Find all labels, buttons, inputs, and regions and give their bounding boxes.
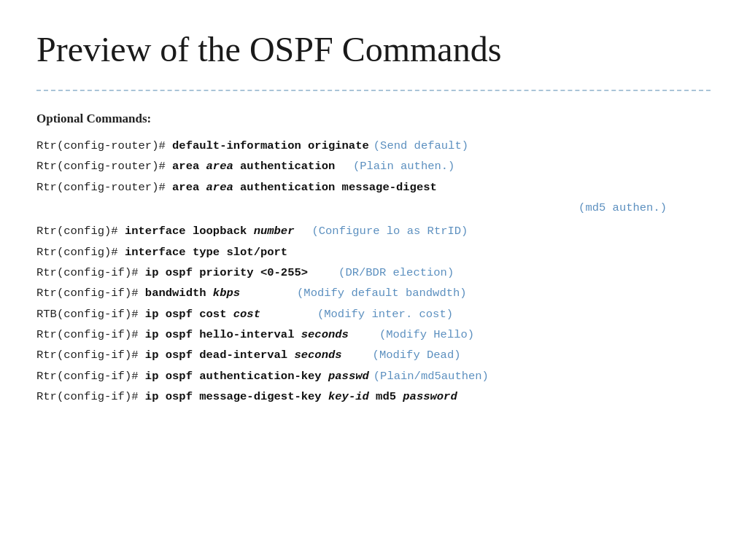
command-line-9: Rtr(config-if)# ip ospf hello-interval s… [36, 325, 711, 344]
prompt-6: Rtr(config-if)# [36, 263, 145, 282]
prompt-9: Rtr(config-if)# [36, 325, 145, 344]
prompt-11: Rtr(config-if)# [36, 367, 145, 386]
cmd-12: ip ospf message-digest-key key-id md5 pa… [145, 387, 457, 406]
command-line-3-comment: (md5 authen.) [36, 198, 711, 217]
cmd-10: ip ospf dead-interval seconds [145, 346, 342, 365]
cmd-7: bandwidth kbps [145, 284, 240, 303]
command-line-2: Rtr(config-router)# area area authentica… [36, 157, 711, 176]
command-line-8: RTB(config-if)# ip ospf cost cost (Modif… [36, 305, 711, 324]
cmd-1: default-information originate [172, 136, 369, 155]
comment-11: (Plain/md5authen) [374, 367, 489, 386]
optional-commands-label: Optional Commands: [36, 112, 711, 126]
comment-4: (Configure lo as RtrID) [311, 222, 468, 241]
cmd-6: ip ospf priority <0-255> [145, 263, 308, 282]
prompt-12: Rtr(config-if)# [36, 387, 145, 406]
prompt-8: RTB(config-if)# [36, 305, 145, 324]
prompt-3: Rtr(config-router)# [36, 178, 172, 197]
comment-3: (md5 authen.) [578, 198, 667, 217]
prompt-2: Rtr(config-router)# [36, 157, 172, 176]
cmd-8: ip ospf cost cost [145, 305, 260, 324]
cmd-4: interface loopback number [125, 222, 295, 241]
cmd-11: ip ospf authentication-key passwd [145, 367, 369, 386]
prompt-10: Rtr(config-if)# [36, 346, 145, 365]
command-line-12: Rtr(config-if)# ip ospf message-digest-k… [36, 387, 711, 406]
comment-2: (Plain authen.) [339, 157, 454, 176]
section-divider [36, 90, 711, 91]
command-line-11: Rtr(config-if)# ip ospf authentication-k… [36, 367, 711, 386]
command-line-4: Rtr(config)# interface loopback number (… [36, 222, 711, 241]
cmd-2: area area authentication [172, 157, 335, 176]
command-line-3: Rtr(config-router)# area area authentica… [36, 178, 711, 197]
comment-9: (Modify Hello) [379, 325, 474, 344]
cmd-5: interface type slot/port [125, 243, 287, 262]
page-title: Preview of the OSPF Commands [36, 29, 711, 69]
prompt-1: Rtr(config-router)# [36, 136, 172, 155]
command-line-6: Rtr(config-if)# ip ospf priority <0-255>… [36, 263, 711, 282]
prompt-7: Rtr(config-if)# [36, 284, 145, 303]
command-line-7: Rtr(config-if)# bandwidth kbps (Modify d… [36, 284, 711, 303]
command-line-5: Rtr(config)# interface type slot/port [36, 243, 711, 262]
comment-1: (Send default) [374, 136, 468, 155]
command-line-1: Rtr(config-router)# default-information … [36, 136, 711, 155]
comment-7: (Modify default bandwdth) [297, 284, 467, 303]
prompt-5: Rtr(config)# [36, 243, 125, 262]
prompt-4: Rtr(config)# [36, 222, 125, 241]
cmd-9: ip ospf hello-interval seconds [145, 325, 349, 344]
cmd-3: area area authentication message-digest [172, 178, 437, 197]
commands-block: Rtr(config-router)# default-information … [36, 136, 711, 406]
comment-10: (Modify Dead) [373, 346, 461, 365]
command-line-10: Rtr(config-if)# ip ospf dead-interval se… [36, 346, 711, 365]
comment-6: (DR/BDR election) [338, 263, 454, 282]
comment-8: (Modify inter. cost) [317, 305, 453, 324]
